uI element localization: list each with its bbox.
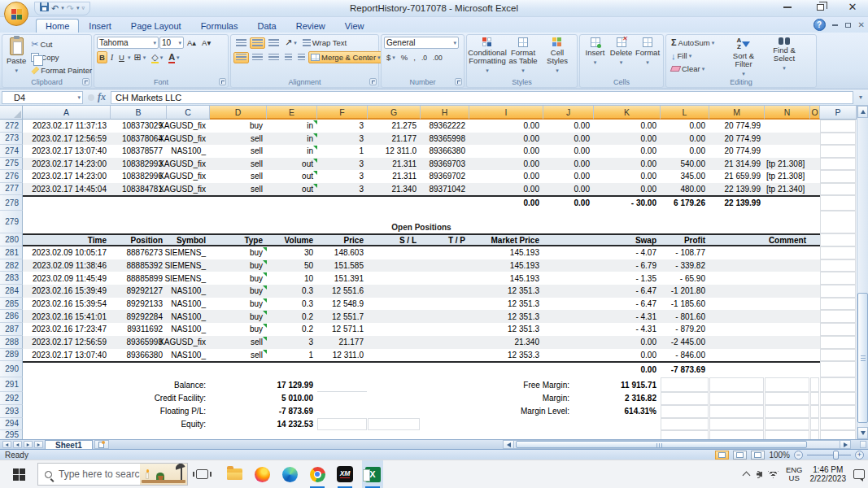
number-format-select[interactable]: General▾: [384, 37, 459, 49]
wifi-icon[interactable]: [768, 470, 779, 478]
cell-E294[interactable]: 14 232.53: [267, 418, 317, 430]
help-button[interactable]: ?: [813, 19, 826, 31]
find-select-button[interactable]: Find & Select▾: [765, 37, 804, 73]
cell-K285[interactable]: - 6.47: [594, 298, 661, 311]
alignment-dialog-launcher[interactable]: [369, 78, 377, 85]
column-header-C[interactable]: C: [167, 106, 210, 120]
cell-E283[interactable]: 10: [267, 272, 317, 285]
row-header-286[interactable]: 286: [0, 310, 23, 323]
font-color-button[interactable]: A▾: [166, 51, 181, 63]
cell-E286[interactable]: 0.2: [267, 310, 317, 323]
scroll-down-button[interactable]: [857, 427, 868, 439]
cell-I276[interactable]: 0.00: [469, 170, 543, 183]
cell-E280[interactable]: Volume: [267, 233, 317, 246]
cell-K284[interactable]: - 6.47: [594, 285, 661, 298]
row-header-294[interactable]: 294: [0, 418, 23, 430]
row-header-289[interactable]: 289: [0, 349, 23, 362]
cell-A274[interactable]: 2023.02.17 13:07:40: [23, 145, 111, 158]
underline-button[interactable]: U: [116, 51, 127, 63]
cell-F276[interactable]: 3: [317, 170, 368, 183]
normal-view-button[interactable]: [715, 451, 729, 460]
cell-K283[interactable]: - 1.35: [594, 272, 661, 285]
cell-F282[interactable]: 151.585: [317, 259, 368, 272]
column-header-K[interactable]: K: [594, 106, 661, 120]
cell-D284[interactable]: buy: [210, 285, 267, 298]
tray-expand-icon[interactable]: [742, 472, 750, 480]
delete-cells-button[interactable]: ✕ Delete▾: [608, 37, 634, 68]
row-header-272[interactable]: 272: [0, 120, 23, 133]
cell-A276[interactable]: 2023.02.17 14:23:00: [23, 170, 111, 183]
column-header-G[interactable]: G: [368, 106, 421, 120]
cell-F272[interactable]: 3: [317, 120, 368, 133]
doc-restore-button[interactable]: [845, 23, 851, 28]
cell-I287[interactable]: 12 351.3: [469, 323, 543, 336]
column-header-E[interactable]: E: [267, 106, 317, 120]
comma-style-button[interactable]: ,: [411, 51, 418, 63]
cell-E293[interactable]: -7 873.69: [267, 405, 317, 418]
cell-K288[interactable]: 0.00: [594, 336, 661, 349]
cell-J291[interactable]: Free Margin:: [543, 377, 594, 392]
cell-B285[interactable]: 89292133: [111, 298, 167, 311]
percent-style-button[interactable]: %: [399, 51, 410, 63]
cell-C285[interactable]: NAS100_: [167, 298, 210, 311]
cut-button[interactable]: ✂Cut: [28, 38, 94, 50]
action-center-icon[interactable]: [853, 469, 865, 479]
cell-M272[interactable]: 20 774.99: [709, 120, 765, 133]
cell-C284[interactable]: NAS100_: [167, 285, 210, 298]
align-bottom-button[interactable]: [266, 37, 281, 49]
language-indicator[interactable]: ENGUS: [786, 466, 803, 483]
cell-F281[interactable]: 148.603: [317, 246, 368, 259]
firefox-button[interactable]: [251, 460, 273, 488]
cell-C292[interactable]: Credit Facility:: [167, 392, 210, 405]
cell-A287[interactable]: 2023.02.16 17:23:47: [23, 323, 111, 336]
cell-L275[interactable]: 540.00: [661, 158, 709, 171]
cell-J277[interactable]: 0.00: [543, 183, 594, 196]
cell-H273[interactable]: 89365998: [421, 133, 469, 146]
start-button[interactable]: [0, 460, 37, 488]
cell-C283[interactable]: SIEMENS_: [167, 272, 210, 285]
cell-L290[interactable]: -7 873.69: [661, 361, 709, 377]
row-header-291[interactable]: 291: [0, 377, 23, 392]
cell-G277[interactable]: 21.340: [368, 183, 421, 196]
close-button[interactable]: ✕: [842, 1, 863, 14]
tab-split-handle[interactable]: [860, 441, 866, 448]
sort-filter-button[interactable]: AZ Sort & Filter▾: [723, 37, 764, 79]
cell-H280[interactable]: T / P: [421, 233, 469, 246]
cell-A285[interactable]: 2023.02.16 15:39:54: [23, 298, 111, 311]
cell-J276[interactable]: 0.00: [543, 170, 594, 183]
cell-K274[interactable]: 0.00: [594, 145, 661, 158]
cell-J292[interactable]: Margin:: [543, 392, 594, 405]
align-right-button[interactable]: [266, 52, 281, 63]
cell-I284[interactable]: 12 351.3: [469, 285, 543, 298]
cell-B283[interactable]: 88885899: [111, 272, 167, 285]
row-header-277[interactable]: 277: [0, 183, 23, 196]
row-header-273[interactable]: 273: [0, 133, 23, 146]
cell-K293[interactable]: 614.31%: [594, 405, 661, 418]
fill-color-button[interactable]: ◇▾: [149, 51, 165, 63]
cell-C291[interactable]: Balance:: [167, 377, 210, 392]
cell-E284[interactable]: 0.3: [267, 285, 317, 298]
cell-I277[interactable]: 0.00: [469, 183, 543, 196]
row-header-274[interactable]: 274: [0, 145, 23, 158]
cell-C288[interactable]: XAGUSD_fix: [167, 336, 210, 349]
cell-E276[interactable]: out: [267, 170, 317, 183]
orientation-button[interactable]: ↗▾: [282, 37, 299, 49]
cell-D289[interactable]: sell: [210, 349, 267, 362]
cell-L286[interactable]: - 801.60: [661, 310, 709, 323]
cell-G272[interactable]: 21.275: [368, 120, 421, 133]
copy-button[interactable]: Copy: [28, 51, 94, 63]
select-all-corner[interactable]: [0, 106, 23, 120]
cell-B282[interactable]: 88885392: [111, 259, 167, 272]
cell-B289[interactable]: 89366380: [111, 349, 167, 362]
cell-L274[interactable]: 0.00: [661, 145, 709, 158]
borders-button[interactable]: ⊞▾: [131, 51, 148, 63]
cell-I278[interactable]: 0.00: [469, 195, 543, 211]
cell-J272[interactable]: 0.00: [543, 120, 594, 133]
increase-decimal-button[interactable]: .0: [419, 52, 430, 63]
cell-F284[interactable]: 12 551.6: [317, 285, 368, 298]
row-header-290[interactable]: 290: [0, 361, 23, 377]
vertical-scrollbar[interactable]: [857, 106, 868, 439]
cell-G275[interactable]: 21.311: [368, 158, 421, 171]
cell-E291[interactable]: 17 129.99: [267, 377, 317, 392]
cell-L280[interactable]: Profit: [661, 233, 709, 246]
